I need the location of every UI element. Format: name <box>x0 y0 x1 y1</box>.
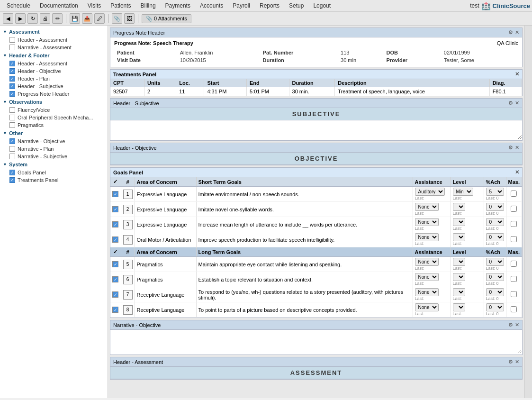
goals-close-btn[interactable]: ✕ <box>515 169 519 175</box>
goal-level-select-6[interactable] <box>453 273 465 281</box>
checkbox-other-1[interactable]: ✓ <box>9 138 15 144</box>
goal-level-select-2[interactable] <box>453 203 465 211</box>
goal-level-6[interactable]: Last: <box>451 272 484 287</box>
checkbox-hf-1[interactable]: ✓ <box>9 61 15 66</box>
subjective-textarea[interactable] <box>110 120 522 139</box>
goal-mas-checkbox-4[interactable] <box>511 236 517 242</box>
checkbox-obs-2[interactable] <box>9 115 15 120</box>
sidebar-item-sys-1[interactable]: ✓ Goals Panel <box>0 169 108 176</box>
goal-pct-select-3[interactable]: 0 <box>486 218 504 226</box>
goal-mas-8[interactable] <box>506 302 522 318</box>
subjective-close-btn[interactable]: ✕ <box>515 100 519 106</box>
sidebar-item-other-2[interactable]: Narrative - Plan <box>0 145 108 153</box>
goal-mas-checkbox-5[interactable] <box>511 261 517 267</box>
goal-mas-3[interactable] <box>506 217 522 232</box>
menu-logout[interactable]: Logout <box>308 1 335 10</box>
checkbox-obs-1[interactable] <box>9 107 15 113</box>
sidebar-section-other[interactable]: ▼ Other <box>0 129 108 137</box>
goal-assistance-select-1[interactable]: AuditoryNone <box>415 188 445 196</box>
goal-pct-select-8[interactable]: 0 <box>486 303 504 311</box>
assessment-close-btn[interactable]: ✕ <box>515 359 519 365</box>
goal-level-select-5[interactable] <box>453 258 465 266</box>
menu-reports[interactable]: Reports <box>255 1 284 10</box>
goal-assistance-1[interactable]: AuditoryNone Last: <box>413 187 451 202</box>
goal-assistance-4[interactable]: None Last: <box>413 232 451 247</box>
sidebar-item-obs-3[interactable]: Pragmatics <box>0 121 108 129</box>
goal-assistance-select-7[interactable]: None <box>415 288 439 296</box>
sidebar-item-obs-2[interactable]: Oral Peripheral Speech Mecha... <box>0 114 108 121</box>
checkbox-hf-2[interactable]: ✓ <box>9 68 15 74</box>
sidebar-item-other-1[interactable]: ✓ Narrative - Objective <box>0 137 108 145</box>
menu-patients[interactable]: Patients <box>106 1 135 10</box>
goal-level-select-8[interactable] <box>453 303 465 311</box>
goal-level-3[interactable]: Last: <box>451 217 484 232</box>
goal-pct-6[interactable]: 0 Last: 0 <box>484 272 506 287</box>
menu-billing[interactable]: Billing <box>136 1 161 10</box>
narrative-obj-close-btn[interactable]: ✕ <box>515 322 519 328</box>
narrative-obj-textarea[interactable] <box>110 330 522 354</box>
checkbox-other-2[interactable] <box>9 146 15 152</box>
goal-assistance-8[interactable]: None Last: <box>413 302 451 318</box>
save-btn[interactable]: 💾 <box>70 13 80 24</box>
goal-assistance-7[interactable]: None Last: <box>413 287 451 302</box>
goal-mas-6[interactable] <box>506 272 522 287</box>
goal-mas-4[interactable] <box>506 232 522 247</box>
goal-pct-4[interactable]: 0 Last: 0 <box>484 232 506 247</box>
attach-btn[interactable]: 📎 <box>112 13 122 24</box>
goal-level-8[interactable]: Last: <box>451 302 484 318</box>
checkbox-other-3[interactable] <box>9 154 15 159</box>
checkbox-hf-4[interactable]: ✓ <box>9 83 15 89</box>
menu-setup[interactable]: Setup <box>284 1 308 10</box>
goal-check-4[interactable]: ✓ <box>110 232 121 247</box>
sidebar-item-header-assessment-1[interactable]: Header - Assessment <box>0 36 108 44</box>
sidebar-item-other-3[interactable]: Narrative - Subjective <box>0 153 108 160</box>
checkbox-header-assessment-1[interactable] <box>9 37 15 43</box>
goal-pct-8[interactable]: 0 Last: 0 <box>484 302 506 318</box>
narrative-obj-settings-btn[interactable]: ⚙ <box>508 322 513 328</box>
goal-pct-3[interactable]: 0 Last: 0 <box>484 217 506 232</box>
goal-pct-select-4[interactable]: 0 <box>486 233 504 241</box>
goal-pct-select-6[interactable]: 0 <box>486 273 504 281</box>
scrollbar-right[interactable] <box>524 26 532 398</box>
print-btn[interactable]: 🖨 <box>40 13 50 24</box>
checkbox-hf-5[interactable]: ✓ <box>9 91 15 97</box>
goal-pct-select-7[interactable]: 0 <box>486 288 504 296</box>
goal-assistance-select-4[interactable]: None <box>415 233 439 241</box>
pn-close-btn[interactable]: ✕ <box>515 29 519 36</box>
goal-mas-checkbox-8[interactable] <box>511 306 517 312</box>
goal-level-5[interactable]: Last: <box>451 257 484 272</box>
objective-settings-btn[interactable]: ⚙ <box>508 145 513 151</box>
edit-btn[interactable]: ✏ <box>52 13 63 24</box>
goal-mas-checkbox-6[interactable] <box>511 276 517 282</box>
goal-assistance-5[interactable]: None Last: <box>413 257 451 272</box>
checkbox-sys-1[interactable]: ✓ <box>9 170 15 175</box>
goal-mas-5[interactable] <box>506 257 522 272</box>
checkbox-obs-3[interactable] <box>9 122 15 128</box>
forward-btn[interactable]: ▶ <box>15 13 26 24</box>
checkbox-sys-2[interactable]: ✓ <box>9 177 15 183</box>
sidebar-item-narrative-assessment[interactable]: Narrative - Assessment <box>0 44 108 51</box>
goal-level-7[interactable]: Last: <box>451 287 484 302</box>
sidebar-item-hf-2[interactable]: ✓ Header - Objective <box>0 67 108 75</box>
goal-assistance-select-2[interactable]: None <box>415 203 439 211</box>
menu-documentation[interactable]: Documentation <box>35 1 83 10</box>
menu-payroll[interactable]: Payroll <box>228 1 255 10</box>
menu-accounts[interactable]: Accounts <box>195 1 228 10</box>
goal-pct-7[interactable]: 0 Last: 0 <box>484 287 506 302</box>
checkbox-hf-3[interactable]: ✓ <box>9 76 15 82</box>
goal-level-select-4[interactable] <box>453 233 465 241</box>
goal-mas-checkbox-7[interactable] <box>511 291 517 297</box>
objective-close-btn[interactable]: ✕ <box>515 145 519 151</box>
goal-pct-select-2[interactable]: 0 <box>486 203 504 211</box>
goal-mas-checkbox-3[interactable] <box>511 221 517 227</box>
goal-assistance-select-5[interactable]: None <box>415 258 439 266</box>
attachments-button[interactable]: 📎 0 Attachments <box>142 14 191 23</box>
goal-check-8[interactable]: ✓ <box>110 302 121 318</box>
goal-mas-2[interactable] <box>506 202 522 217</box>
pen-btn[interactable]: 🖊 <box>94 13 105 24</box>
goal-pct-2[interactable]: 0 Last: 0 <box>484 202 506 217</box>
goal-level-1[interactable]: Min Last: <box>451 187 484 202</box>
sidebar-item-sys-2[interactable]: ✓ Treatments Panel <box>0 176 108 184</box>
goal-pct-select-1[interactable]: 50 <box>486 188 504 196</box>
sidebar-item-hf-4[interactable]: ✓ Header - Subjective <box>0 82 108 90</box>
